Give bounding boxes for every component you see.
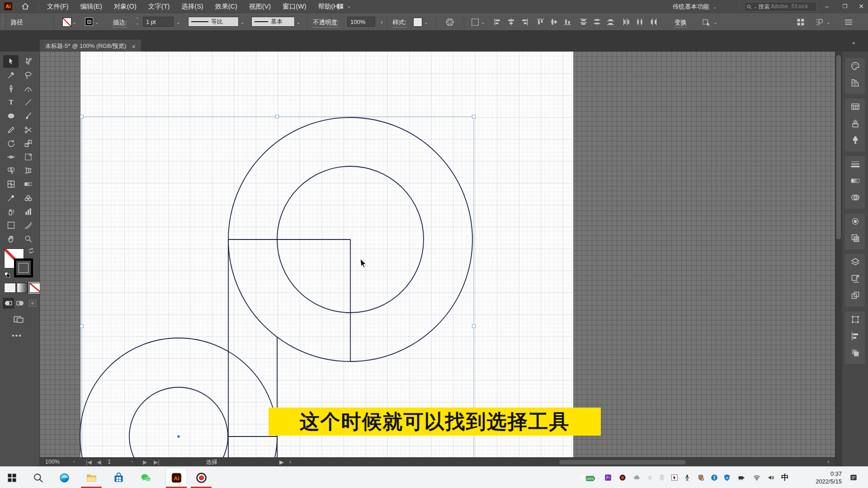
magic-wand-tool[interactable]	[3, 69, 19, 81]
menu-item[interactable]: 编辑(E)	[80, 2, 102, 11]
screen-mode-icon[interactable]	[13, 314, 26, 325]
fill-chevron-icon[interactable]: ⌄	[72, 20, 76, 25]
stroke-panel-icon[interactable]	[850, 159, 861, 169]
symbols-panel-icon[interactable]	[850, 135, 861, 145]
column-graph-tool[interactable]	[20, 205, 36, 218]
tray-power-icon[interactable]	[737, 474, 745, 482]
align-right-icon[interactable]	[520, 17, 529, 27]
style-label[interactable]: 样式:	[392, 19, 406, 28]
shape-builder-tool[interactable]	[3, 164, 19, 177]
brushes-panel-icon[interactable]	[850, 118, 861, 129]
taskbar-recorder-icon[interactable]	[190, 468, 212, 488]
gradient-panel-panel-icon[interactable]	[850, 175, 861, 186]
graphic-styles-panel-icon[interactable]	[850, 233, 861, 244]
tray-wifi-icon[interactable]	[753, 474, 761, 482]
draw-inside-button[interactable]	[27, 298, 38, 309]
taskbar-explorer-icon[interactable]	[80, 468, 102, 488]
rotate-tool[interactable]	[3, 137, 19, 150]
arrange-icon[interactable]	[796, 17, 806, 27]
opacity-label[interactable]: 不透明度:	[313, 19, 339, 28]
next-artboard-icon[interactable]: ▶	[143, 459, 147, 465]
style-swatch[interactable]	[413, 18, 422, 27]
tray-record-dot-icon[interactable]	[618, 474, 627, 482]
expand-panels-icon[interactable]: «	[852, 40, 855, 46]
align-panel-panel-icon[interactable]	[850, 331, 861, 342]
pen-tool[interactable]	[3, 82, 19, 95]
align-left-icon[interactable]	[493, 17, 502, 27]
close-button[interactable]: ✕	[854, 0, 868, 13]
stroke-weight-label[interactable]: 描边:	[113, 19, 127, 28]
align-middle-v-icon[interactable]	[549, 17, 559, 27]
swatches-panel-icon[interactable]	[850, 101, 861, 112]
menu-item[interactable]: 对象(O)	[114, 2, 137, 11]
paragraph-style-chevron-icon[interactable]: ⌄	[826, 20, 830, 25]
mesh-tool[interactable]	[3, 178, 19, 191]
style-chevron-icon[interactable]: ⌄	[424, 20, 428, 25]
menu-item[interactable]: 文件(F)	[47, 2, 69, 11]
taskbar-wechat-icon[interactable]	[135, 468, 156, 488]
tray-cursor-box-icon[interactable]	[670, 474, 679, 482]
swap-fill-stroke-icon[interactable]	[27, 247, 35, 255]
stroke-stepper[interactable]: ⌃⌄	[136, 17, 139, 25]
dist-left-icon[interactable]	[622, 17, 631, 27]
draw-normal-button[interactable]	[3, 298, 14, 309]
tray-defender-icon[interactable]: U	[723, 474, 731, 482]
artboard-number[interactable]: 1	[108, 459, 111, 465]
appearance-panel-icon[interactable]	[850, 216, 861, 227]
pathfinder-panel-icon[interactable]	[850, 347, 861, 358]
width-tool[interactable]	[3, 150, 19, 163]
workspace-switcher[interactable]: 传统基本功能 ⌄	[673, 3, 717, 11]
zoom-chevron-icon[interactable]: ⌄	[72, 459, 76, 463]
menu-item[interactable]: 效果(C)	[215, 2, 237, 11]
transform-label[interactable]: 变换	[675, 19, 687, 28]
brush-definition-dropdown[interactable]: 基本	[251, 17, 295, 27]
opacity-more-icon[interactable]: ›	[381, 19, 382, 25]
vertical-scrollbar[interactable]	[835, 52, 842, 466]
direct-selection-tool[interactable]	[20, 55, 36, 68]
tray-clipboard-icon[interactable]	[658, 474, 666, 482]
tray-purple-app-icon[interactable]	[604, 474, 612, 482]
menu-item[interactable]: 视图(V)	[249, 2, 271, 11]
default-fill-stroke-icon[interactable]	[4, 271, 11, 278]
stroke-color-indicator[interactable]	[14, 258, 33, 277]
tray-mic-icon[interactable]	[683, 474, 691, 482]
align-bottom-icon[interactable]	[563, 17, 572, 27]
type-tool[interactable]: T	[3, 96, 19, 109]
artwork-drawing[interactable]	[40, 52, 835, 457]
symbol-sprayer-tool[interactable]	[3, 205, 19, 218]
select-similar-icon[interactable]	[470, 17, 480, 27]
restore-button[interactable]: ❐	[837, 0, 853, 13]
notification-center-icon[interactable]	[849, 473, 858, 482]
menu-item[interactable]: 窗口(W)	[283, 2, 306, 11]
scissors-tool[interactable]	[20, 123, 36, 136]
first-artboard-icon[interactable]: |◀	[86, 459, 92, 465]
draw-behind-button[interactable]	[15, 298, 26, 309]
app-logo[interactable]: Ai	[4, 2, 12, 10]
blend-tool[interactable]	[20, 192, 36, 204]
select-similar-chevron-icon[interactable]: ⌄	[481, 20, 485, 25]
lasso-tool[interactable]	[20, 69, 36, 81]
tray-battery100-icon[interactable]: 100%	[585, 474, 604, 482]
width-profile-dropdown[interactable]: 等比	[188, 17, 239, 27]
zoom-tool[interactable]	[20, 233, 36, 245]
taskbar-edge-icon[interactable]	[53, 468, 75, 488]
align-top-icon[interactable]	[536, 17, 545, 27]
layout-icon[interactable]	[336, 2, 344, 10]
line-tool[interactable]	[20, 96, 36, 109]
dist-top-icon[interactable]	[579, 17, 588, 27]
menu-item[interactable]: 选择(S)	[181, 2, 203, 11]
scroll-right-icon[interactable]: ›	[827, 459, 829, 465]
stroke-chevron-icon[interactable]: ⌄	[95, 20, 99, 25]
profile-chevron-icon[interactable]: ⌄	[241, 20, 244, 25]
panel-menu-icon[interactable]	[844, 17, 854, 27]
color-panel-icon[interactable]	[850, 61, 861, 71]
artboards-panel-panel-icon[interactable]	[850, 273, 861, 284]
transform-proxy-icon[interactable]	[702, 17, 712, 27]
taskbar-illustrator-icon[interactable]: Ai	[165, 468, 187, 488]
taskbar-search-icon[interactable]	[27, 468, 49, 488]
tray-shield-x-icon[interactable]	[697, 474, 705, 482]
transform-chevron-icon[interactable]: ⌄	[713, 20, 717, 25]
tray-cloud-icon[interactable]	[633, 474, 641, 482]
shaper-tool[interactable]	[3, 123, 19, 136]
transparency-panel-icon[interactable]	[850, 192, 861, 203]
